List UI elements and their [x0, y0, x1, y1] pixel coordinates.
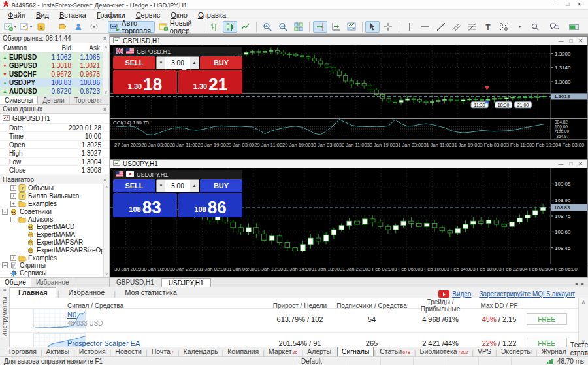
- buy-button[interactable]: BUY: [200, 56, 242, 69]
- navigator-item[interactable]: +fОбъемы: [0, 184, 103, 192]
- bottom-tab-алерты[interactable]: Алерты: [303, 347, 335, 356]
- window-close-button[interactable]: ✕: [577, 1, 581, 8]
- bottom-tab-активы[interactable]: Активы: [42, 347, 74, 356]
- market-watch-scrollbar[interactable]: ∧∨: [103, 44, 108, 95]
- navigator-item[interactable]: ExpertMACD: [0, 223, 103, 231]
- bottom-tab-история[interactable]: История: [75, 347, 110, 356]
- bottom-tab-маркет[interactable]: Маркет26: [265, 347, 301, 356]
- expand-icon[interactable]: +: [10, 193, 16, 199]
- shift-end-button[interactable]: [313, 21, 327, 33]
- bottom-tab-новости[interactable]: Новости: [111, 347, 146, 356]
- new-order-button[interactable]: Новый ордер: [156, 21, 201, 33]
- register-mql5-link[interactable]: Зарегистрируйте MQL5 аккаунт: [479, 290, 575, 298]
- navigator-item[interactable]: +Скрипты: [0, 262, 103, 269]
- expand-icon[interactable]: +: [2, 262, 8, 268]
- candles-chart-button[interactable]: [223, 21, 237, 33]
- bars-chart-button[interactable]: [207, 21, 221, 33]
- navigator-tab-2[interactable]: Избранное: [31, 278, 74, 287]
- navigator-item[interactable]: -Советники: [0, 207, 103, 215]
- navigator-item[interactable]: Сервисы: [0, 269, 103, 277]
- connection-status-button[interactable]: [567, 21, 581, 33]
- objects-button[interactable]: [497, 21, 511, 33]
- strategy-tester-tab[interactable]: Тестер стратегий: [570, 341, 588, 356]
- navigator-tab-1[interactable]: Общие: [0, 278, 31, 287]
- menu-вставка[interactable]: Вставка: [54, 11, 91, 19]
- bottom-tab-статьи[interactable]: Статьи678: [376, 347, 414, 356]
- navigator-scrollbar[interactable]: ∧∨: [103, 184, 109, 277]
- chart-tab-usdjpy-h1[interactable]: USDJPY,H1: [161, 278, 211, 287]
- bottom-tab-сигналы[interactable]: Сигналы: [337, 347, 374, 356]
- menu-файл[interactable]: Файл: [3, 11, 31, 19]
- menu-сервис[interactable]: Сервис: [131, 11, 166, 19]
- chart-close-button[interactable]: ✕: [578, 38, 583, 44]
- menu-вид[interactable]: Вид: [31, 11, 54, 19]
- new-chart-button[interactable]: ▾: [3, 21, 17, 33]
- buy-price-box[interactable]: 10886: [178, 193, 242, 217]
- toolbox-tab-3[interactable]: Моя статистика: [117, 287, 185, 298]
- bottom-tab-компания[interactable]: Компания: [223, 347, 263, 356]
- navigator-item[interactable]: +Examples: [0, 200, 103, 208]
- line-chart-button[interactable]: [238, 21, 253, 33]
- bottom-tab-торговля[interactable]: Торговля: [4, 347, 41, 356]
- tools-vertical-tab[interactable]: Инструменты: [1, 296, 8, 337]
- vertical-line-button[interactable]: [402, 21, 417, 33]
- signal-row[interactable]: N048 033 USD613.79% / 102544 968 /61%45%…: [10, 309, 578, 333]
- data-window-toggle-button[interactable]: [56, 21, 70, 33]
- free-price-button[interactable]: FREE: [527, 313, 567, 325]
- navigator-item[interactable]: +fБилла Вильямса: [0, 192, 103, 200]
- chart-minimize-button[interactable]: —: [558, 38, 563, 44]
- sell-price-box[interactable]: 10883: [113, 193, 177, 217]
- signal-row[interactable]: Prospector Scalper EA201.54% / 912652 42…: [10, 333, 578, 347]
- volume-decrease-icon[interactable]: ▼: [157, 180, 165, 192]
- zoom-in-button[interactable]: [260, 21, 274, 33]
- market-watch-tab-2[interactable]: Детали: [38, 96, 69, 104]
- chart-window-titlebar[interactable]: GBPUSD,H1 —□✕: [110, 37, 587, 45]
- free-price-button[interactable]: FREE: [527, 338, 567, 347]
- toolbox-tab-1[interactable]: Главная: [10, 287, 56, 298]
- auto-scroll-button[interactable]: [329, 21, 343, 33]
- text-label-button[interactable]: T: [481, 21, 495, 33]
- chart-close-button[interactable]: ✕: [578, 161, 583, 167]
- market-watch-tab-1[interactable]: Символы: [0, 96, 38, 104]
- zoom-out-button[interactable]: [276, 21, 290, 33]
- volume-value[interactable]: 5.00: [165, 180, 190, 192]
- toolbox-tab-2[interactable]: Избранное: [61, 287, 113, 298]
- close-icon[interactable]: ×: [103, 35, 106, 42]
- sell-button[interactable]: SELL: [113, 56, 155, 69]
- search-button[interactable]: [528, 21, 542, 33]
- chart-minimize-button[interactable]: —: [558, 161, 563, 167]
- sell-button[interactable]: SELL: [113, 179, 155, 192]
- market-watch-tab-3[interactable]: Торговля: [70, 96, 107, 104]
- chart-tab-gbpusd-h1[interactable]: GBPUSD,H1: [110, 278, 161, 287]
- toolbox-toggle-button[interactable]: [87, 21, 101, 33]
- window-maximize-button[interactable]: □: [566, 1, 569, 8]
- navigator-toggle-button[interactable]: [71, 21, 86, 33]
- status-profile[interactable]: Default: [301, 358, 322, 365]
- navigator-item[interactable]: ExpertMAMA: [0, 231, 103, 239]
- navigator-item[interactable]: -Advisors: [0, 215, 103, 223]
- equidistant-channel-button[interactable]: [449, 21, 464, 33]
- navigator-item[interactable]: ExpertMAPSARSizeOptim: [0, 246, 103, 254]
- volume-value[interactable]: 3.00: [165, 57, 190, 69]
- collapse-icon[interactable]: -: [10, 217, 16, 222]
- window-minimize-button[interactable]: —: [553, 1, 558, 8]
- video-link[interactable]: Видео: [438, 290, 471, 298]
- menu-окно[interactable]: Окно: [165, 11, 193, 19]
- market-watch-row[interactable]: ▼USDCHF0.96720.9675: [0, 70, 109, 78]
- tab-scroll-left-icon[interactable]: ◂: [575, 281, 578, 287]
- bottom-tab-vps[interactable]: VPS: [474, 347, 495, 356]
- volume-decrease-icon[interactable]: ▼: [157, 57, 165, 69]
- bottom-tab-эксперты[interactable]: Эксперты: [497, 347, 536, 356]
- close-icon[interactable]: ×: [103, 106, 106, 113]
- market-watch-row[interactable]: ▲USDJPY108.83108.86: [0, 78, 109, 87]
- market-watch-row[interactable]: ▼GBPUSD1.30181.3021: [0, 61, 109, 70]
- tile-windows-button[interactable]: [291, 21, 306, 33]
- buy-button[interactable]: BUY: [200, 179, 242, 192]
- expand-icon[interactable]: +: [10, 255, 16, 261]
- fibonacci-button[interactable]: [465, 21, 480, 33]
- volume-stepper[interactable]: ▼3.00▲: [156, 56, 199, 69]
- expand-icon[interactable]: +: [10, 185, 16, 191]
- cursor-button[interactable]: [365, 21, 380, 33]
- menu-графики[interactable]: Графики: [91, 11, 131, 19]
- market-watch-row[interactable]: ▲AUDUSD0.67200.6723: [0, 87, 109, 96]
